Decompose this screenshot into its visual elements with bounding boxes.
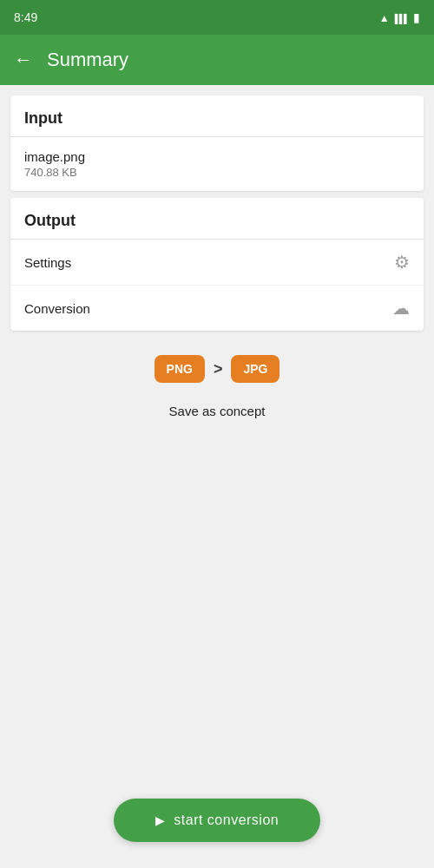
conversion-label: Conversion xyxy=(24,301,90,316)
output-card-header: Output xyxy=(10,198,424,240)
toolbar: ← Summary xyxy=(0,35,434,85)
status-bar: 8:49 xyxy=(0,0,434,35)
start-conversion-label: start conversion xyxy=(174,812,279,828)
input-card-header: Input xyxy=(10,95,424,137)
signal-icon xyxy=(395,10,408,24)
save-concept-button[interactable]: Save as concept xyxy=(10,397,424,436)
arrow-icon: > xyxy=(214,360,223,378)
conversion-row[interactable]: Conversion xyxy=(10,286,424,331)
input-file-row: image.png 740.88 KB xyxy=(10,137,424,191)
start-conversion-button[interactable]: ▶ start conversion xyxy=(114,799,320,842)
wifi-icon xyxy=(379,10,390,24)
bottom-action-area: ▶ start conversion xyxy=(0,799,434,842)
input-file-size: 740.88 KB xyxy=(24,166,85,179)
conversion-badges-area: PNG > JPG xyxy=(10,338,424,390)
page-title: Summary xyxy=(47,49,128,71)
status-time: 8:49 xyxy=(14,10,37,24)
play-icon: ▶ xyxy=(155,813,166,827)
cloud-icon xyxy=(392,298,410,319)
input-card: Input image.png 740.88 KB xyxy=(10,95,424,191)
settings-label: Settings xyxy=(24,255,71,270)
to-badge: JPG xyxy=(231,355,279,383)
status-icons xyxy=(379,10,420,24)
settings-row[interactable]: Settings xyxy=(10,240,424,286)
from-badge: PNG xyxy=(155,355,205,383)
input-file-name: image.png xyxy=(24,149,85,164)
battery-icon xyxy=(413,10,420,24)
content-area: Input image.png 740.88 KB Output Setting… xyxy=(0,85,434,446)
input-file-info: image.png 740.88 KB xyxy=(24,149,85,179)
gear-icon xyxy=(394,252,410,273)
back-button[interactable]: ← xyxy=(14,49,33,71)
output-card: Output Settings Conversion xyxy=(10,198,424,331)
